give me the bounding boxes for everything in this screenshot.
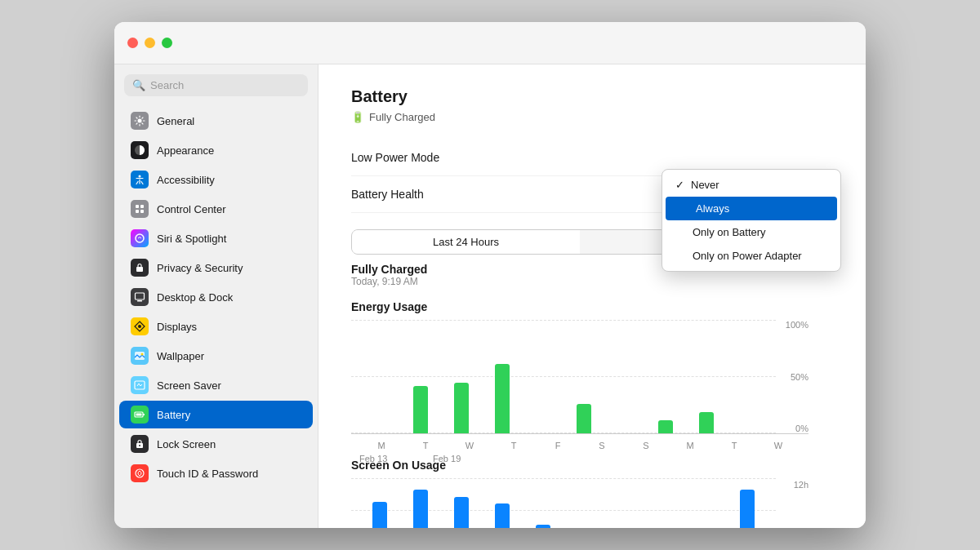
never-label: Never bbox=[691, 179, 719, 191]
low-power-dropdown: Never Always Only on Battery Only on Pow… bbox=[662, 169, 841, 272]
sidebar-item-screen-saver[interactable]: Screen Saver bbox=[119, 371, 313, 399]
svg-point-11 bbox=[138, 325, 141, 328]
traffic-lights bbox=[127, 38, 172, 48]
sidebar-item-privacy[interactable]: Privacy & Security bbox=[119, 254, 313, 282]
general-icon bbox=[131, 112, 149, 130]
accessibility-icon bbox=[131, 171, 149, 189]
main-inner: Battery Never Always Only on Battery bbox=[318, 64, 866, 528]
screen-saver-label: Screen Saver bbox=[157, 379, 221, 392]
wallpaper-label: Wallpaper bbox=[157, 350, 204, 362]
control-center-label: Control Center bbox=[157, 203, 226, 215]
svg-rect-10 bbox=[137, 300, 142, 302]
battery-sidebar-icon bbox=[131, 406, 149, 424]
battery-health-label: Battery Health bbox=[351, 188, 424, 201]
svg-point-2 bbox=[139, 175, 141, 178]
privacy-label: Privacy & Security bbox=[157, 262, 243, 274]
svg-rect-6 bbox=[140, 210, 144, 213]
sidebar-item-control-center[interactable]: Control Center bbox=[119, 195, 313, 223]
main-content: Battery Never Always Only on Battery bbox=[318, 64, 866, 528]
svg-rect-4 bbox=[140, 205, 144, 208]
chart-y-labels: 100% 50% 0% bbox=[776, 320, 808, 433]
x-day-labels: M T W T F S S M T W bbox=[351, 437, 808, 452]
sidebar: 🔍 Search General Appearance bbox=[114, 64, 318, 528]
fully-charged-time: Today, 9:19 AM bbox=[351, 276, 833, 287]
svg-point-0 bbox=[138, 119, 142, 123]
lock-screen-label: Lock Screen bbox=[157, 438, 216, 450]
displays-icon bbox=[131, 317, 149, 335]
privacy-icon bbox=[131, 259, 149, 277]
search-box[interactable]: 🔍 Search bbox=[124, 74, 308, 96]
dropdown-item-never[interactable]: Never bbox=[662, 173, 840, 197]
wallpaper-icon bbox=[131, 347, 149, 365]
general-label: General bbox=[157, 115, 194, 127]
search-icon: 🔍 bbox=[132, 79, 145, 91]
svg-point-20 bbox=[136, 469, 144, 477]
svg-rect-3 bbox=[136, 205, 139, 208]
search-placeholder: Search bbox=[150, 79, 184, 91]
bar-thu bbox=[482, 364, 523, 433]
search-container: 🔍 Search bbox=[114, 74, 318, 106]
screen-saver-icon bbox=[131, 376, 149, 394]
svg-point-19 bbox=[139, 445, 140, 446]
touch-id-label: Touch ID & Password bbox=[157, 468, 258, 480]
page-title: Battery bbox=[351, 87, 408, 106]
energy-chart-container: 100% 50% 0% bbox=[351, 320, 808, 434]
dropdown-item-on-battery[interactable]: Only on Battery bbox=[662, 220, 840, 244]
svg-rect-5 bbox=[136, 210, 139, 213]
sidebar-item-wallpaper[interactable]: Wallpaper bbox=[119, 342, 313, 370]
svg-rect-16 bbox=[143, 414, 145, 415]
screen-y-12h: 12h bbox=[776, 480, 808, 490]
screen-y-labels: 12h 9h bbox=[776, 478, 808, 528]
close-button[interactable] bbox=[127, 38, 138, 48]
battery-status-icon: 🔋 bbox=[351, 111, 364, 123]
desktop-dock-icon bbox=[131, 288, 149, 306]
y-label-100: 100% bbox=[776, 320, 808, 330]
desktop-dock-label: Desktop & Dock bbox=[157, 291, 233, 304]
lock-screen-icon bbox=[131, 435, 149, 453]
sidebar-item-accessibility[interactable]: Accessibility bbox=[119, 166, 313, 193]
svg-point-13 bbox=[141, 353, 144, 356]
dropdown-item-always[interactable]: Always bbox=[666, 197, 837, 220]
energy-usage-title: Energy Usage bbox=[351, 300, 833, 313]
bar-wed bbox=[441, 383, 482, 433]
tab-24h[interactable]: Last 24 Hours bbox=[352, 230, 580, 254]
svg-point-7 bbox=[136, 234, 144, 242]
displays-label: Displays bbox=[157, 321, 197, 333]
date-feb13: Feb 13 bbox=[359, 454, 433, 464]
svg-rect-9 bbox=[136, 293, 145, 299]
sidebar-item-general[interactable]: General bbox=[119, 107, 313, 135]
sidebar-item-touch-id[interactable]: Touch ID & Password bbox=[119, 459, 313, 487]
minimize-button[interactable] bbox=[145, 38, 155, 48]
siri-label: Siri & Spotlight bbox=[157, 233, 226, 245]
bar-mon2 bbox=[645, 420, 686, 433]
bar-sat bbox=[564, 404, 604, 433]
sidebar-item-siri[interactable]: Siri & Spotlight bbox=[119, 224, 313, 252]
bar-tue bbox=[400, 386, 441, 433]
svg-rect-8 bbox=[136, 267, 143, 272]
battery-label: Battery bbox=[157, 409, 190, 421]
dropdown-item-on-adapter[interactable]: Only on Power Adapter bbox=[662, 244, 840, 268]
sidebar-item-displays[interactable]: Displays bbox=[119, 313, 313, 340]
maximize-button[interactable] bbox=[162, 38, 172, 48]
y-label-0: 0% bbox=[776, 424, 808, 433]
screen-on-section: Screen On Usage 12h 9h bbox=[351, 459, 833, 528]
always-label: Always bbox=[696, 202, 729, 215]
battery-status-row: 🔋 Fully Charged bbox=[351, 111, 833, 123]
x-date-labels: Feb 13 Feb 19 bbox=[351, 454, 808, 464]
main-window: 🔍 Search General Appearance bbox=[114, 22, 866, 528]
control-center-icon bbox=[131, 200, 149, 218]
on-battery-label: Only on Battery bbox=[693, 226, 766, 238]
sidebar-item-battery[interactable]: Battery bbox=[119, 401, 313, 428]
appearance-label: Appearance bbox=[157, 144, 214, 157]
titlebar bbox=[114, 22, 866, 64]
energy-bars bbox=[351, 320, 776, 433]
battery-status-text: Fully Charged bbox=[369, 111, 435, 123]
sidebar-item-desktop-dock[interactable]: Desktop & Dock bbox=[119, 283, 313, 311]
siri-icon bbox=[131, 229, 149, 247]
bar-tue2 bbox=[686, 412, 727, 433]
sidebar-item-lock-screen[interactable]: Lock Screen bbox=[119, 430, 313, 458]
date-feb19: Feb 19 bbox=[433, 454, 800, 464]
screen-chart-container: 12h 9h bbox=[351, 478, 808, 528]
content-area: 🔍 Search General Appearance bbox=[114, 64, 866, 528]
sidebar-item-appearance[interactable]: Appearance bbox=[119, 136, 313, 164]
